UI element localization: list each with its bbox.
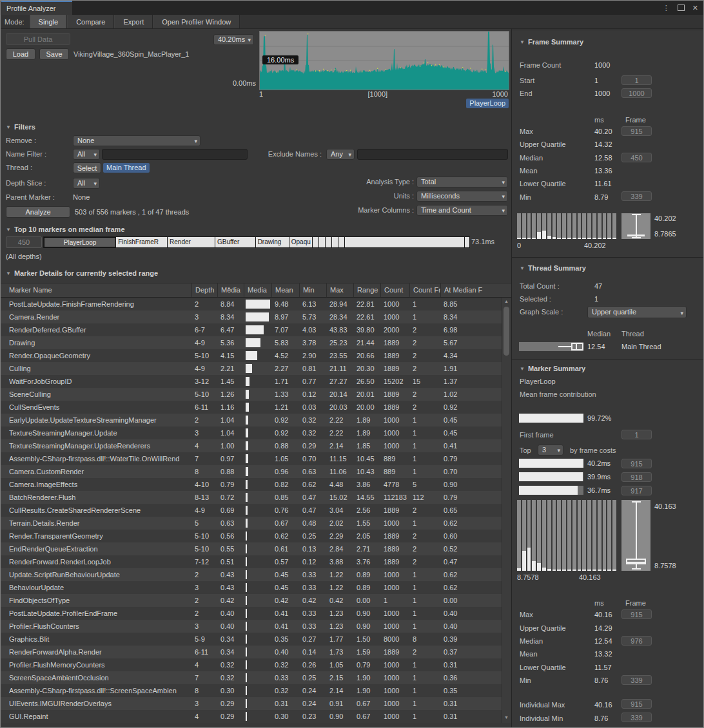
top10-segment-gbuffer[interactable]: GBuffer <box>215 237 256 247</box>
scroll-up-icon[interactable]: ▲ <box>502 298 511 305</box>
table-row[interactable]: RenderForward.RenderLoopJob7-120.510.570… <box>1 555 502 568</box>
table-row[interactable]: Render.TransparentGeometry5-100.560.620.… <box>1 530 502 542</box>
depth-slice-dropdown[interactable]: All▾ <box>73 178 100 189</box>
column-header-mean[interactable]: Mean <box>271 283 299 297</box>
kebab-menu-icon[interactable]: ⋮ <box>663 4 670 12</box>
frame-jump-button[interactable]: 339 <box>621 675 652 685</box>
table-row[interactable]: CullResults.CreateSharedRendererScene4-9… <box>1 504 502 517</box>
column-header-max[interactable]: Max <box>326 283 353 297</box>
thread-summary-header[interactable]: ▼Thread Summary <box>520 264 586 272</box>
table-row[interactable]: UIEvents.IMGUIRenderOverlays30.290.310.2… <box>1 697 502 710</box>
table-row[interactable]: PostLateUpdate.FinishFrameRendering28.84… <box>1 298 502 311</box>
exclude-mode-dropdown[interactable]: Any▾ <box>326 149 355 160</box>
table-row[interactable]: RenderDeferred.GBuffer6-76.477.074.0343.… <box>1 323 502 336</box>
marker-details-header[interactable]: ▼Marker Details for currently selected r… <box>6 269 158 277</box>
marker-summary-header[interactable]: ▼Marker Summary <box>520 365 585 372</box>
column-header-media[interactable]: ▼Media <box>217 283 244 297</box>
table-row[interactable]: WaitForJobGroupID3-121.451.710.7727.2726… <box>1 375 502 388</box>
table-row[interactable]: Drawing4-95.365.833.7825.2321.44188925.6… <box>1 336 502 349</box>
top10-segment[interactable] <box>332 237 338 247</box>
table-row[interactable]: Camera.ImageEffects4-100.790.820.624.483… <box>1 478 502 491</box>
frame-jump-button[interactable]: 915 <box>621 609 652 619</box>
maximize-icon[interactable] <box>678 5 685 11</box>
name-filter-input[interactable] <box>102 149 248 160</box>
frame-jump-button[interactable]: 918 <box>621 472 652 482</box>
table-row[interactable]: PostLateUpdate.ProfilerEndFrame20.400.41… <box>1 607 502 620</box>
table-scrollbar[interactable]: ▲ ▼ <box>502 298 511 723</box>
column-header-marker-name[interactable]: Marker Name <box>1 283 191 297</box>
top10-segment-finishframer[interactable]: FinishFrameR <box>116 237 168 247</box>
top10-segment-render[interactable]: Render <box>168 237 215 247</box>
thread-select-button[interactable]: Select <box>73 162 101 173</box>
table-row[interactable]: Update.ScriptRunBehaviourUpdate20.430.45… <box>1 568 502 581</box>
table-row[interactable]: Terrain.Details.Render50.630.670.482.021… <box>1 517 502 530</box>
frame-jump-button[interactable]: 450 <box>621 153 652 162</box>
frame-jump-button[interactable]: 339 <box>621 713 652 722</box>
frame-summary-header[interactable]: ▼Frame Summary <box>520 38 583 46</box>
frame-jump-button[interactable]: 915 <box>621 459 652 468</box>
top-n-dropdown[interactable]: 3▾ <box>538 445 563 455</box>
top10-segment[interactable] <box>326 237 332 247</box>
column-header-media[interactable]: Media <box>244 283 271 297</box>
table-row[interactable]: Render.OpaqueGeometry5-104.154.522.9023.… <box>1 349 502 362</box>
table-row[interactable]: Assembly-CSharp-firstpass.dll!::WaterTil… <box>1 452 502 465</box>
remove-dropdown[interactable]: None▾ <box>73 135 200 146</box>
table-row[interactable]: FindObjectsOfType20.420.420.420.420.0011… <box>1 594 502 607</box>
column-header-count-fra[interactable]: Count Fra <box>409 283 440 297</box>
save-button[interactable]: Save <box>39 48 69 60</box>
frame-jump-button[interactable]: 1 <box>621 75 652 85</box>
close-icon[interactable]: ✕ <box>692 4 698 12</box>
table-row[interactable]: GUI.Repaint40.290.300.230.900.67100010.3… <box>1 710 502 723</box>
column-header-at-median-f[interactable]: At Median F <box>440 283 496 297</box>
column-header-depth[interactable]: Depth <box>191 283 217 297</box>
table-row[interactable]: SceneCulling5-101.261.330.1220.1420.0118… <box>1 388 502 401</box>
top10-segment-drawing[interactable]: Drawing <box>256 237 289 247</box>
table-row[interactable]: RenderForwardAlpha.Render6-110.340.400.1… <box>1 646 502 658</box>
table-row[interactable]: TextureStreamingManager.UpdateRenderers4… <box>1 439 502 452</box>
median-frame-badge[interactable]: 450 <box>6 236 42 248</box>
frame-jump-button[interactable]: 1000 <box>621 88 652 98</box>
mode-open-profiler-window[interactable]: Open Profiler Window <box>153 15 240 28</box>
table-row[interactable]: Profiler.FlushCounters30.400.410.331.230… <box>1 620 502 633</box>
analysis-type-dropdown[interactable]: Total▾ <box>416 177 508 187</box>
mode-single[interactable]: Single <box>30 15 68 28</box>
column-header-range[interactable]: Range <box>353 283 380 297</box>
table-row[interactable]: Profiler.FlushMemoryCounters40.320.320.2… <box>1 658 502 671</box>
chart-scale-dropdown[interactable]: 40.20ms ▾ <box>213 34 254 45</box>
frame-jump-button[interactable]: 917 <box>621 486 652 495</box>
mode-export[interactable]: Export <box>114 15 153 28</box>
frame-jump-button[interactable]: 915 <box>621 126 652 136</box>
column-header-min[interactable]: Min <box>299 283 326 297</box>
table-row[interactable]: Culling4-92.212.270.8121.1120.30188921.9… <box>1 362 502 375</box>
graph-scale-dropdown[interactable]: Upper quartile▾ <box>587 306 687 318</box>
frame-jump-button[interactable]: 976 <box>621 636 652 646</box>
units-dropdown[interactable]: Milliseconds▾ <box>416 191 508 202</box>
frame-jump-button[interactable]: 915 <box>621 699 652 709</box>
table-row[interactable]: Assembly-CSharp-firstpass.dll!::ScreenSp… <box>1 684 502 697</box>
top10-segment[interactable] <box>319 237 326 247</box>
frame-jump-button[interactable]: 339 <box>621 191 652 201</box>
top10-segment-playerloop[interactable]: PlayerLoop <box>44 237 116 247</box>
table-row[interactable]: CullSendEvents6-111.161.210.0320.0320.00… <box>1 401 502 414</box>
table-row[interactable]: Camera.Render38.348.975.7328.3422.611000… <box>1 311 502 323</box>
filters-header[interactable]: ▼Filters <box>6 123 35 131</box>
top10-segment-opaqu[interactable]: Opaqu <box>289 237 313 247</box>
table-row[interactable]: Graphics.Blit5-90.340.350.271.771.508000… <box>1 633 502 646</box>
scroll-down-icon[interactable]: ▼ <box>502 714 511 722</box>
column-header-count[interactable]: Count <box>380 283 409 297</box>
load-button[interactable]: Load <box>6 48 35 60</box>
table-row[interactable]: EarlyUpdate.UpdateTextureStreamingManage… <box>1 414 502 426</box>
table-row[interactable]: BatchRenderer.Flush8-130.720.850.4715.02… <box>1 491 502 504</box>
table-row[interactable]: Camera.CustomRender80.880.960.6311.0610.… <box>1 465 502 478</box>
tab-profile-analyzer[interactable]: Profile Analyzer <box>1 1 72 15</box>
analyze-button[interactable]: Analyze <box>6 206 70 218</box>
top10-segment[interactable] <box>338 237 345 247</box>
table-row[interactable]: BehaviourUpdate30.430.450.331.220.891000… <box>1 581 502 594</box>
top10-segment[interactable] <box>313 237 319 247</box>
pull-data-button[interactable]: Pull Data <box>6 33 70 45</box>
frame-jump-button[interactable]: 1 <box>621 430 652 439</box>
marker-columns-dropdown[interactable]: Time and Count▾ <box>416 205 508 216</box>
mode-compare[interactable]: Compare <box>67 15 114 28</box>
top10-header[interactable]: ▼Top 10 markers on median frame <box>6 225 125 233</box>
frame-time-chart[interactable]: 16.00ms <box>259 31 509 90</box>
